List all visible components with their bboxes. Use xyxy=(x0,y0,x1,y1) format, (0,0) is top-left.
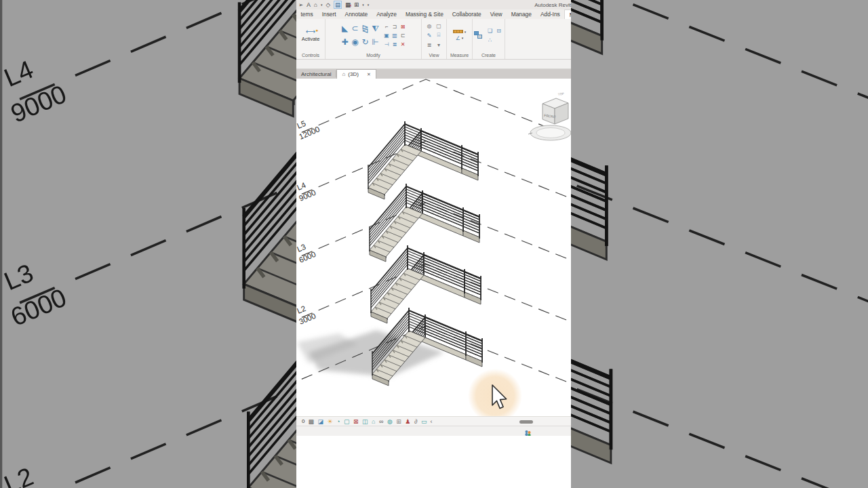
home-icon[interactable]: ⌂ xyxy=(314,1,317,8)
tab-insert[interactable]: Insert xyxy=(317,9,340,19)
crop-view-icon[interactable]: ▢ xyxy=(344,418,350,425)
title-bar: ➢ A ⌂ ▾ ◇ ▤ ▦✕ ⊞ ▾ ▾ Autodesk Revit xyxy=(296,0,571,9)
tab-massing-site[interactable]: Massing & Site xyxy=(401,9,448,19)
layers-icon[interactable]: ≣ xyxy=(427,42,432,48)
ribbon: ⟷● Activate Controls ◣⊂⧎⧨✚◉↻⊩ ⌐⊐⊠▣▥⊏⊣≣✕ … xyxy=(296,19,571,60)
array-icon[interactable]: ≣ xyxy=(393,41,397,47)
horizontal-scrollbar[interactable] xyxy=(435,419,571,424)
reveal-bulb-icon[interactable]: ◍ xyxy=(387,418,393,425)
tab-systems[interactable]: tems xyxy=(296,9,317,19)
panel-view: ◍▢✎⌸≣▾ View xyxy=(422,19,447,59)
temporary-hide-isolate-icon[interactable]: ◫ xyxy=(362,418,368,425)
move-icon[interactable]: ✚ xyxy=(341,37,348,47)
hide-crop-icon[interactable]: ⊠ xyxy=(353,418,359,425)
parts-flow-icon[interactable]: ∴ xyxy=(488,37,492,43)
panel-label-measure[interactable]: Measure xyxy=(447,52,472,59)
lightbulb-icon[interactable]: ◍ xyxy=(427,23,432,29)
tab-manage[interactable]: Manage xyxy=(507,9,536,19)
home-caret-icon[interactable]: ▾ xyxy=(321,1,323,8)
unpin-icon[interactable]: ⊏ xyxy=(401,33,406,39)
visibility-list-icon[interactable]: ▤ xyxy=(334,1,342,9)
view-tab-3d[interactable]: ⌂ (3D) ✕ xyxy=(336,69,376,79)
visual-style-icon[interactable]: ◪ xyxy=(317,418,323,425)
activate-button[interactable]: ⟷● Activate xyxy=(302,28,320,42)
tab-collaborate[interactable]: Collaborate xyxy=(448,9,486,19)
view-tab-architectural[interactable]: Architectural xyxy=(296,69,336,79)
home-view-icon: ⌂ xyxy=(342,71,345,77)
cutaway-icon[interactable]: ⌸ xyxy=(437,32,441,39)
activate-icon: ⟷● xyxy=(306,28,315,35)
pin-icon[interactable]: ⊠ xyxy=(401,24,406,30)
panel-controls: ⟷● Activate Controls xyxy=(296,19,326,59)
render-icon[interactable]: ◇ xyxy=(326,1,330,8)
view-tab-bar: Architectural ⌂ (3D) ✕ xyxy=(296,69,571,79)
close-hidden-windows-icon[interactable]: ▦✕ xyxy=(345,1,351,8)
panel-create: ❏⊟∴ Create xyxy=(473,19,505,59)
align-icon[interactable]: ⊩ xyxy=(372,37,378,47)
linework-pencil-icon[interactable]: ✎ xyxy=(427,33,432,39)
cope-icon[interactable]: ⌐ xyxy=(385,24,389,30)
cursor xyxy=(468,369,522,423)
tile-caret-icon[interactable]: ▾ xyxy=(362,1,364,8)
panel-label-view[interactable]: View xyxy=(422,52,446,59)
letterbox-bottom xyxy=(296,436,571,488)
mirror-draw-icon[interactable]: ⧨ xyxy=(372,24,379,33)
analytical-model-icon[interactable]: ∂ xyxy=(414,418,417,425)
video-frame: { "window": { "title": "Autodesk Revit" … xyxy=(0,0,868,488)
select-arrow-icon[interactable]: ➢ xyxy=(298,1,303,8)
panel-label-controls[interactable]: Controls xyxy=(296,52,325,59)
shadows-icon[interactable]: ◔ xyxy=(336,418,340,425)
create-parts-icon[interactable] xyxy=(474,31,483,39)
panel-label-create[interactable]: Create xyxy=(473,52,505,59)
copy-icon[interactable]: ◉ xyxy=(351,37,358,47)
sun-path-icon[interactable]: ☀ xyxy=(327,418,332,425)
detail-level-icon[interactable]: ▩ xyxy=(308,418,314,425)
text-note-icon[interactable]: A xyxy=(307,1,311,8)
glasses-icon[interactable]: ∞ xyxy=(379,418,383,425)
tab-view[interactable]: View xyxy=(486,9,507,19)
close-view-icon[interactable]: ✕ xyxy=(367,72,371,77)
cut-icon[interactable]: ⊐ xyxy=(393,24,397,30)
scrollbar-thumb[interactable] xyxy=(519,420,533,424)
offset-icon[interactable]: ⊂ xyxy=(351,24,358,33)
panel-modify: ◣⊂⧎⧨✚◉↻⊩ ⌐⊐⊠▣▥⊏⊣≣✕ Modify xyxy=(326,19,422,59)
join-icon[interactable]: ▣ xyxy=(384,33,389,39)
tab-annotate[interactable]: Annotate xyxy=(340,9,372,19)
trim-icon[interactable]: ⊣ xyxy=(384,41,389,47)
delete-icon[interactable]: ✕ xyxy=(401,41,406,47)
temp-view-properties-icon[interactable]: ♟ xyxy=(405,418,410,425)
tab-modify[interactable]: Modify xyxy=(564,9,571,19)
caret-icon[interactable]: ▾ xyxy=(437,42,440,48)
options-bar xyxy=(296,60,571,69)
view-control-bar: 0 ▩◪☀◔▢⊠◫⌂∞◍⊞♟∂▭ ‹ xyxy=(296,416,571,426)
status-bar xyxy=(296,426,571,436)
ribbon-tab-bar: tems Insert Annotate Analyze Massing & S… xyxy=(296,9,571,19)
mirror-axis-icon[interactable]: ⧎ xyxy=(361,24,368,33)
wall-corner-icon[interactable]: ◣ xyxy=(342,24,348,33)
qat-customize-icon[interactable]: ▾ xyxy=(368,1,370,8)
worksharing-display-icon[interactable]: ⊞ xyxy=(396,418,401,425)
hidden-box-icon[interactable]: ▢ xyxy=(436,23,441,29)
assembly-icon[interactable]: ⊟ xyxy=(496,28,501,34)
worksharing-users-icon[interactable] xyxy=(524,428,532,436)
rotate-icon[interactable]: ↻ xyxy=(361,37,368,47)
tile-windows-icon[interactable]: ⊞ xyxy=(354,1,359,8)
tab-add-ins[interactable]: Add-Ins xyxy=(536,9,564,19)
scale-label[interactable]: 0 xyxy=(302,418,304,424)
measure-angle-icon[interactable]: ∠▾ xyxy=(456,35,464,41)
panel-label-modify[interactable]: Modify xyxy=(326,52,421,59)
measure-ruler-icon[interactable]: ▾ xyxy=(453,30,467,34)
window-title: Autodesk Revit xyxy=(534,2,571,8)
split-icon[interactable]: ▥ xyxy=(392,33,397,39)
collapse-icon[interactable]: ‹ xyxy=(430,418,432,425)
reveal-constraints-icon[interactable]: ▭ xyxy=(421,418,427,425)
tab-analyze[interactable]: Analyze xyxy=(372,9,401,19)
panel-measure: ▾ ∠▾ Measure xyxy=(447,19,473,59)
reveal-hidden-icon[interactable]: ⌂ xyxy=(372,418,375,425)
group-sun-icon[interactable]: ❏ xyxy=(488,28,492,34)
